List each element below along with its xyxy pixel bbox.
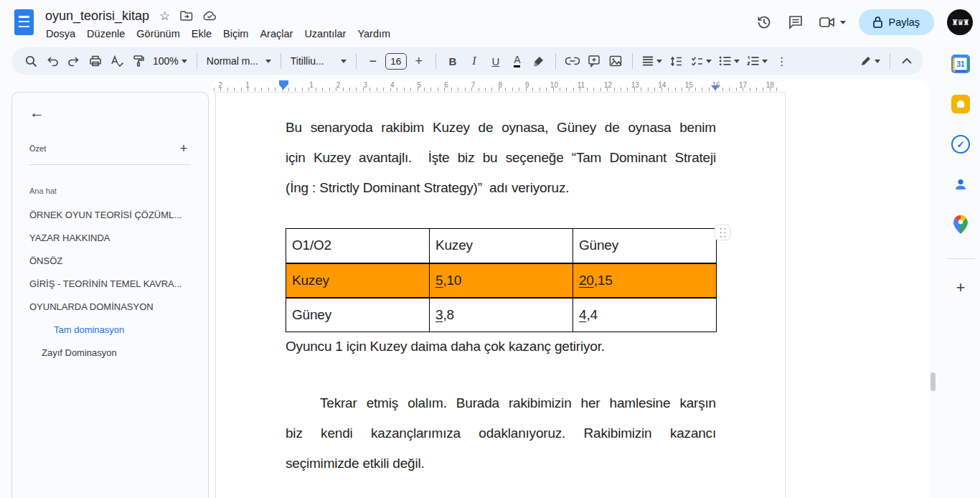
outline-item[interactable]: Zayıf Dominasyon: [29, 342, 191, 365]
menu-duzenle[interactable]: Düzenle: [81, 26, 131, 42]
text-line: biz kendi kazançlarımıza odaklanıyoruz. …: [286, 418, 716, 448]
font-size-increase[interactable]: +: [410, 52, 428, 70]
outline-item[interactable]: OYUNLARDA DOMİNASYON: [29, 296, 191, 319]
table-drag-handle[interactable]: [715, 225, 730, 240]
toolbar-more-icon[interactable]: ⋮: [773, 52, 791, 70]
table-cell[interactable]: 5,10: [430, 263, 573, 298]
menu-araclar[interactable]: Araçlar: [254, 26, 298, 42]
redo-icon[interactable]: [65, 52, 83, 70]
payoff-table[interactable]: O1/O2 Kuzey Güney Kuzey 5,10 20,15 Güney…: [286, 228, 717, 332]
menu-dosya[interactable]: Dosya: [40, 26, 81, 42]
strip-divider: [946, 258, 975, 259]
table-cell[interactable]: 3,8: [430, 298, 573, 332]
ruler-number: 6: [444, 81, 448, 89]
text-color-button[interactable]: A: [508, 52, 527, 70]
doc-title[interactable]: oyun_teorisi_kitap: [45, 9, 149, 24]
ruler-number: 17: [739, 81, 747, 89]
spellcheck-icon[interactable]: [108, 52, 126, 70]
add-comment-icon[interactable]: [585, 52, 603, 70]
align-icon[interactable]: [640, 52, 664, 70]
font-select[interactable]: Titilliu...: [288, 52, 349, 70]
star-icon[interactable]: ☆: [159, 10, 170, 22]
editing-mode-icon: [860, 55, 872, 67]
table-cell[interactable]: 20,15: [573, 263, 717, 298]
ruler-number: 14: [658, 81, 666, 89]
ruler-number: 1: [245, 81, 250, 89]
outline-item[interactable]: ÖRNEK OYUN TEORİSİ ÇÖZÜML...: [29, 204, 191, 227]
font-size-input[interactable]: 16: [385, 53, 407, 70]
ruler-number: 2: [336, 81, 341, 89]
ruler-number: 9: [525, 81, 529, 89]
docs-logo[interactable]: [14, 9, 34, 35]
contacts-icon[interactable]: [951, 175, 970, 194]
table-cell[interactable]: Güney: [286, 298, 430, 332]
outline-item[interactable]: GİRİŞ - TEORİNİN TEMEL KAVRA...: [29, 273, 191, 296]
search-icon[interactable]: [22, 52, 40, 70]
add-summary-button[interactable]: +: [176, 141, 191, 156]
ruler-number: 8: [498, 81, 502, 89]
paint-format-icon[interactable]: [129, 52, 148, 70]
table-row-highlighted: Kuzey 5,10 20,15: [286, 263, 717, 298]
version-history-icon[interactable]: [755, 13, 773, 32]
insert-image-icon[interactable]: [606, 52, 625, 70]
video-call-button[interactable]: [818, 13, 846, 32]
comments-icon[interactable]: [786, 13, 805, 32]
tasks-icon[interactable]: ✓: [951, 135, 970, 154]
bulleted-list-icon[interactable]: [717, 52, 742, 70]
bold-button[interactable]: B: [443, 52, 462, 70]
table-cell[interactable]: Kuzey: [430, 229, 573, 263]
outline-label: Ana hat: [29, 187, 191, 195]
numbered-list-icon[interactable]: [745, 52, 770, 70]
text-line: Bu senaryoda rakibim Kuzey de oynasa, Gü…: [286, 113, 716, 143]
close-outline-button[interactable]: ←: [29, 103, 50, 123]
ruler-number: 11: [578, 81, 585, 89]
table-cell[interactable]: 4,4: [573, 298, 717, 332]
menu-bicim[interactable]: Biçim: [217, 26, 254, 42]
highlight-color-icon[interactable]: [529, 52, 548, 70]
move-folder-icon[interactable]: [180, 11, 193, 21]
table-cell[interactable]: Güney: [573, 229, 717, 263]
print-icon[interactable]: [86, 52, 105, 70]
cloud-saved-icon[interactable]: [203, 11, 217, 21]
editing-mode-select[interactable]: [858, 52, 882, 70]
menu-ekle[interactable]: Ekle: [186, 26, 217, 42]
maps-icon[interactable]: [951, 215, 970, 234]
italic-button[interactable]: I: [465, 52, 484, 70]
outline-divider: [29, 164, 191, 165]
zoom-select[interactable]: 100%: [151, 52, 189, 70]
scrollbar-thumb[interactable]: [930, 372, 936, 391]
text-line: Tekrar etmiş olalım. Burada rakibimizin …: [286, 388, 716, 418]
document-page[interactable]: Bu senaryoda rakibim Kuzey de oynasa, Gü…: [215, 92, 786, 498]
text-line: (İng : Strictly Dominant Strategy)” adı …: [286, 173, 716, 203]
outline-item-active[interactable]: – Tam dominasyon: [29, 319, 191, 342]
line-spacing-icon[interactable]: [667, 52, 686, 70]
indent-marker-left[interactable]: [279, 80, 289, 90]
table-cell[interactable]: Kuzey: [286, 263, 430, 298]
undo-icon[interactable]: [43, 52, 62, 70]
chevron-down-icon: [840, 21, 846, 24]
styles-select[interactable]: Normal m...: [204, 52, 273, 70]
menu-gorunum[interactable]: Görünüm: [131, 26, 185, 42]
ruler[interactable]: 21123456789101112131415161718: [209, 80, 929, 92]
ruler-ticks: [214, 88, 779, 91]
account-avatar[interactable]: ♜♛♜: [947, 9, 973, 35]
table-cell[interactable]: O1/O2: [286, 229, 430, 263]
summary-label: Özet: [29, 144, 46, 153]
ruler-number: 12: [604, 81, 612, 89]
checklist-icon[interactable]: [689, 52, 714, 70]
menu-uzantilar[interactable]: Uzantılar: [298, 26, 352, 42]
outline-item[interactable]: ÖNSÖZ: [29, 250, 191, 273]
underline-button[interactable]: U: [486, 52, 505, 70]
ruler-number: 4: [390, 81, 395, 89]
calendar-icon[interactable]: 31: [951, 55, 970, 73]
ruler-number: 10: [550, 81, 558, 89]
keep-icon[interactable]: [951, 95, 970, 113]
share-button[interactable]: Paylaş: [859, 9, 934, 35]
insert-link-icon[interactable]: [563, 52, 582, 70]
menu-yardim[interactable]: Yardım: [352, 26, 396, 42]
outline-panel: ← Özet + Ana hat ÖRNEK OYUN TEORİSİ ÇÖZÜ…: [11, 92, 209, 498]
outline-item[interactable]: YAZAR HAKKINDA: [29, 227, 191, 250]
get-addons-button[interactable]: +: [951, 278, 970, 297]
collapse-toolbar-icon[interactable]: [897, 52, 916, 70]
font-size-decrease[interactable]: −: [364, 52, 382, 70]
